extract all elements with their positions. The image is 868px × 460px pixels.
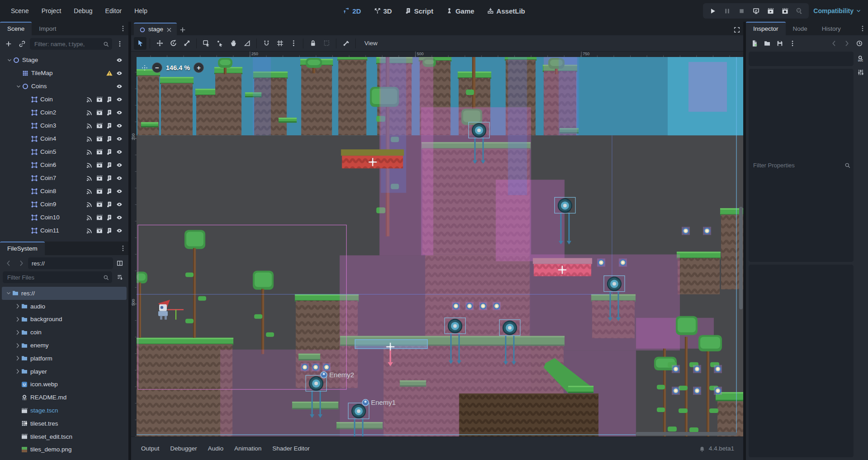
instance-icon[interactable] <box>96 175 103 182</box>
instance-scene-button[interactable] <box>16 38 28 50</box>
coin-sprite[interactable] <box>466 302 474 310</box>
script-icon[interactable] <box>106 227 113 234</box>
instance-icon[interactable] <box>96 109 103 116</box>
script-icon[interactable] <box>106 109 113 116</box>
instance-icon[interactable] <box>96 201 103 208</box>
nav-back-button[interactable] <box>3 257 14 269</box>
inspector-dock-tab-node[interactable]: Node <box>786 23 815 35</box>
script-icon[interactable] <box>106 161 113 169</box>
file-item[interactable]: res:// <box>2 287 127 300</box>
play-scene-button[interactable] <box>764 5 777 17</box>
eye-icon[interactable] <box>116 188 123 195</box>
tool-ruler-button[interactable] <box>241 37 253 50</box>
coin-sprite[interactable] <box>479 302 487 310</box>
script-icon[interactable] <box>106 135 113 142</box>
sort-files-button[interactable] <box>114 271 126 283</box>
script-icon[interactable] <box>106 148 113 156</box>
collapse-icon[interactable] <box>5 290 12 296</box>
eye-icon[interactable] <box>116 161 123 169</box>
inspector-dock-tab-inspector[interactable]: Inspector <box>746 22 786 35</box>
bottom-tab-animation[interactable]: Animation <box>229 441 267 455</box>
search-docs-icon[interactable]: DOC <box>857 55 864 62</box>
bottom-tab-output[interactable]: Output <box>136 441 165 455</box>
file-item[interactable]: TXTREADME.md <box>2 391 127 404</box>
eye-icon[interactable] <box>116 227 123 234</box>
coin-sprite[interactable] <box>672 365 680 373</box>
file-item[interactable]: enemy <box>2 339 127 352</box>
switch-3d[interactable]: 3D <box>369 5 396 17</box>
file-item[interactable]: stage.tscn <box>2 404 127 417</box>
inspector-dock-menu-icon[interactable] <box>859 25 866 32</box>
menu-help[interactable]: Help <box>129 5 153 17</box>
file-item[interactable]: tileset.tres <box>2 417 127 430</box>
play-button[interactable] <box>706 5 719 17</box>
tab-filesystem[interactable]: FileSystem <box>0 242 45 255</box>
instance-icon[interactable] <box>96 96 103 103</box>
play-custom-scene-button[interactable] <box>778 5 792 17</box>
tool-pan-button[interactable] <box>227 37 240 50</box>
path-input[interactable] <box>32 260 109 267</box>
file-item[interactable]: background <box>2 313 127 326</box>
collapse-icon[interactable] <box>6 57 13 63</box>
scene-dock-tab-scene[interactable]: Scene <box>0 22 32 35</box>
object-history-button[interactable] <box>854 38 865 49</box>
tool-snap-button[interactable] <box>213 37 226 50</box>
signal-icon[interactable] <box>86 201 93 208</box>
bottom-tab-debugger[interactable]: Debugger <box>165 441 203 455</box>
switch-script[interactable]: Script <box>400 5 438 17</box>
menu-dots-button[interactable] <box>287 37 300 50</box>
script-icon[interactable] <box>106 175 113 182</box>
scene-node-coin9[interactable]: Coin9 <box>2 198 127 211</box>
tool-rotate-button[interactable] <box>167 37 179 50</box>
coin-sprite[interactable] <box>597 259 605 267</box>
eye-icon[interactable] <box>116 83 123 90</box>
eye-icon[interactable] <box>116 148 123 156</box>
stop-button[interactable] <box>735 5 748 17</box>
scene-node-coins[interactable]: Coins <box>2 80 127 93</box>
scene-node-stage[interactable]: Stage <box>2 53 127 66</box>
coin-sprite[interactable] <box>619 259 627 267</box>
instance-icon[interactable] <box>96 135 103 142</box>
scene-node-coin7[interactable]: Coin7 <box>2 171 127 185</box>
eye-icon[interactable] <box>116 109 123 116</box>
center-view-icon[interactable] <box>141 64 148 71</box>
pause-button[interactable] <box>720 5 734 17</box>
remote-debug-button[interactable] <box>749 5 763 17</box>
toggle-split-mode-button[interactable] <box>114 257 126 269</box>
eye-icon[interactable] <box>116 57 123 64</box>
scene-node-coin[interactable]: Coin <box>2 93 127 106</box>
signal-icon[interactable] <box>86 227 93 234</box>
scene-canvas[interactable]: Enemy2Enemy1 <box>137 57 743 436</box>
bottom-tab-shader-editor[interactable]: Shader Editor <box>267 441 315 455</box>
player-sprite[interactable] <box>158 300 184 320</box>
coin-sprite[interactable] <box>693 387 701 395</box>
expand-icon[interactable] <box>14 368 21 375</box>
signal-icon[interactable] <box>86 135 93 142</box>
file-item[interactable]: player <box>2 365 127 378</box>
viewport-vscrollbar[interactable] <box>739 207 743 309</box>
file-item[interactable]: coin <box>2 326 127 339</box>
eye-icon[interactable] <box>116 70 123 77</box>
instance-icon[interactable] <box>96 214 103 221</box>
inspector-dock-tab-history[interactable]: History <box>815 23 848 35</box>
scene-node-coin4[interactable]: Coin4 <box>2 132 127 145</box>
file-item[interactable]: tiles_demo.png <box>2 443 127 456</box>
scene-tree-menu-button[interactable] <box>114 38 126 50</box>
notifications-bell-icon[interactable] <box>699 446 705 452</box>
eye-icon[interactable] <box>116 135 123 142</box>
property-tools-icon[interactable] <box>857 69 864 76</box>
instance-icon[interactable] <box>96 161 103 169</box>
expand-icon[interactable] <box>14 329 21 336</box>
coin-sprite[interactable] <box>301 363 309 371</box>
scene-node-coin8[interactable]: Coin8 <box>2 185 127 198</box>
signal-icon[interactable] <box>86 188 93 195</box>
scene-node-coin10[interactable]: Coin10 <box>2 211 127 224</box>
grid-snap-button[interactable] <box>274 37 286 50</box>
eye-icon[interactable] <box>116 201 123 208</box>
scene-node-coin11[interactable]: Coin11 <box>2 224 127 237</box>
file-filter-input[interactable] <box>7 274 103 281</box>
bone-button[interactable] <box>340 37 352 50</box>
coin-sprite[interactable] <box>714 365 722 373</box>
tool-list-select-button[interactable] <box>200 37 212 50</box>
script-icon[interactable] <box>106 188 113 195</box>
